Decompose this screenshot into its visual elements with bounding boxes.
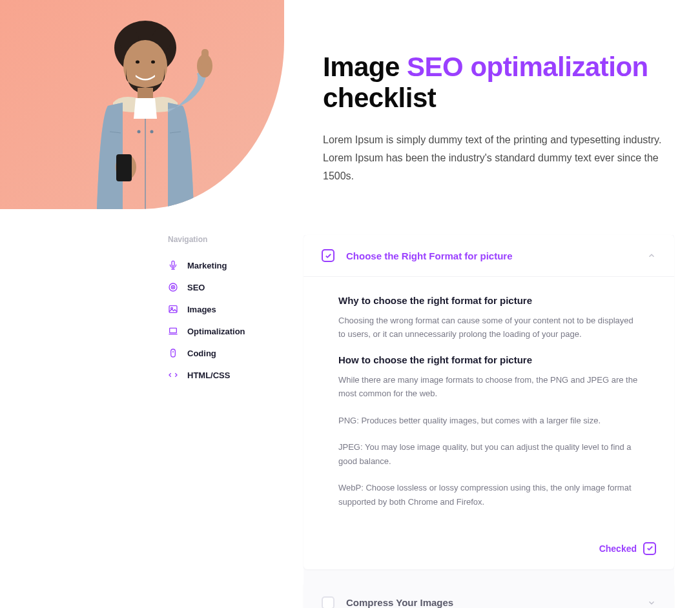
- sidebar-heading: Navigation: [168, 235, 271, 244]
- svg-point-5: [151, 61, 155, 64]
- svg-rect-8: [201, 49, 209, 66]
- page-title: Image SEO optimalization checklist: [323, 52, 674, 114]
- checklist-item: Choose the Right Format for picture Why …: [304, 235, 674, 569]
- svg-rect-23: [171, 349, 176, 357]
- sidebar-item-coding[interactable]: Coding: [168, 342, 271, 364]
- sidebar-item-htmlcss[interactable]: HTML/CSS: [168, 364, 271, 386]
- section-paragraph: PNG: Produces better quality images, but…: [338, 414, 639, 427]
- sidebar-item-label: HTML/CSS: [187, 370, 230, 380]
- svg-rect-16: [172, 261, 174, 266]
- image-icon: [168, 304, 178, 314]
- sidebar-item-images[interactable]: Images: [168, 298, 271, 320]
- main-content: Navigation Marketing SEO Images Optimali…: [0, 235, 700, 608]
- section-paragraph: Choosing the wrong format can cause some…: [338, 314, 639, 341]
- laptop-icon: [168, 326, 178, 336]
- code-icon: [168, 370, 178, 380]
- title-pre: Image: [323, 52, 407, 82]
- checklist-item-body: Why to choose the right format for pictu…: [304, 277, 674, 534]
- sidebar-item-seo[interactable]: SEO: [168, 276, 271, 298]
- target-icon: [168, 282, 178, 292]
- svg-rect-20: [169, 306, 177, 313]
- sidebar-item-marketing[interactable]: Marketing: [168, 254, 271, 276]
- sidebar-item-label: Marketing: [187, 261, 227, 270]
- page-description: Lorem Ipsum is simply dummy text of the …: [323, 131, 674, 185]
- title-accent: SEO optimalization: [407, 52, 648, 82]
- checklist-item-title: Choose the Right Format for picture: [346, 250, 635, 261]
- chevron-up-icon: [647, 251, 656, 260]
- checklist-item: Compress Your Images: [304, 582, 674, 608]
- mic-icon: [168, 260, 178, 270]
- nav-list: Marketing SEO Images Optimalization Codi…: [168, 254, 271, 386]
- section-paragraph: While there are many image formats to ch…: [338, 373, 639, 401]
- hero-text: Image SEO optimalization checklist Lorem…: [323, 0, 700, 185]
- sidebar-item-optimalization[interactable]: Optimalization: [168, 320, 271, 342]
- section-paragraph: WebP: Choose lossless or lossy compressi…: [338, 481, 639, 509]
- checklist-item-header[interactable]: Choose the Right Format for picture: [304, 235, 674, 277]
- svg-rect-10: [116, 154, 132, 181]
- title-post: checklist: [323, 83, 436, 113]
- svg-rect-22: [170, 328, 177, 332]
- checkbox-unchecked-icon[interactable]: [322, 596, 335, 608]
- hero-section: Image SEO optimalization checklist Lorem…: [0, 0, 700, 235]
- section-heading: How to choose the right format for pictu…: [338, 354, 639, 365]
- body-section: How to choose the right format for pictu…: [338, 354, 639, 509]
- section-heading: Why to choose the right format for pictu…: [338, 295, 639, 306]
- person-thumbs-up-illustration: [61, 15, 229, 209]
- checklist-item-header[interactable]: Compress Your Images: [304, 582, 674, 608]
- checklist-content: Choose the Right Format for picture Why …: [304, 235, 674, 608]
- sidebar: Navigation Marketing SEO Images Optimali…: [168, 235, 271, 608]
- svg-point-14: [138, 130, 141, 134]
- checklist-item-title: Compress Your Images: [346, 597, 635, 608]
- mouse-icon: [168, 348, 178, 358]
- checkbox-checked-icon[interactable]: [322, 249, 335, 262]
- section-paragraph: JPEG: You may lose image quality, but yo…: [338, 440, 639, 468]
- checklist-item-footer: Checked: [304, 534, 674, 569]
- checked-label: Checked: [599, 543, 637, 554]
- hero-image: [0, 0, 284, 209]
- svg-point-19: [172, 287, 173, 287]
- svg-point-15: [150, 130, 154, 134]
- body-section: Why to choose the right format for pictu…: [338, 295, 639, 341]
- svg-point-4: [136, 61, 139, 64]
- sidebar-item-label: Optimalization: [187, 327, 245, 336]
- sidebar-item-label: Images: [187, 305, 216, 314]
- checked-icon[interactable]: [643, 542, 656, 555]
- sidebar-item-label: SEO: [187, 283, 205, 292]
- sidebar-item-label: Coding: [187, 349, 216, 358]
- chevron-down-icon: [647, 598, 656, 607]
